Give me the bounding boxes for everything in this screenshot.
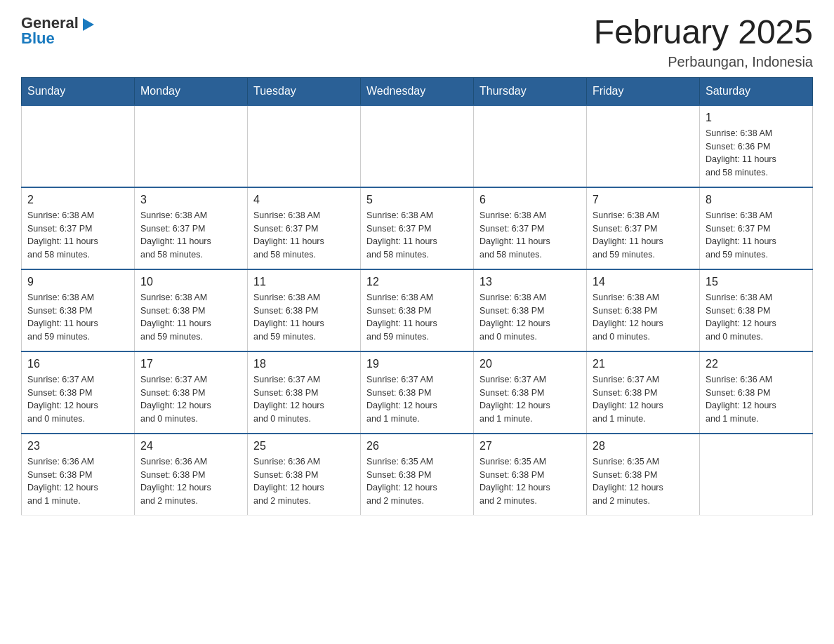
calendar-week-row: 1Sunrise: 6:38 AM Sunset: 6:36 PM Daylig…: [22, 105, 813, 187]
logo-blue-text: Blue: [21, 31, 55, 46]
day-info: Sunrise: 6:36 AM Sunset: 6:38 PM Dayligh…: [140, 455, 241, 508]
calendar-cell: 2Sunrise: 6:38 AM Sunset: 6:37 PM Daylig…: [22, 187, 135, 269]
calendar-cell: 19Sunrise: 6:37 AM Sunset: 6:38 PM Dayli…: [361, 351, 474, 434]
header-saturday: Saturday: [700, 77, 813, 105]
header-wednesday: Wednesday: [361, 77, 474, 105]
day-info: Sunrise: 6:38 AM Sunset: 6:37 PM Dayligh…: [593, 209, 694, 262]
day-number: 4: [253, 194, 355, 206]
calendar-cell: 25Sunrise: 6:36 AM Sunset: 6:38 PM Dayli…: [248, 434, 361, 516]
day-number: 20: [479, 358, 581, 370]
day-info: Sunrise: 6:37 AM Sunset: 6:38 PM Dayligh…: [479, 373, 581, 426]
day-info: Sunrise: 6:38 AM Sunset: 6:38 PM Dayligh…: [253, 291, 355, 344]
day-info: Sunrise: 6:38 AM Sunset: 6:38 PM Dayligh…: [593, 291, 694, 344]
calendar-cell: 13Sunrise: 6:38 AM Sunset: 6:38 PM Dayli…: [474, 269, 587, 351]
day-number: 27: [479, 440, 581, 452]
calendar-cell: [22, 105, 135, 187]
day-info: Sunrise: 6:37 AM Sunset: 6:38 PM Dayligh…: [593, 373, 694, 426]
calendar-cell: 28Sunrise: 6:35 AM Sunset: 6:38 PM Dayli…: [587, 434, 700, 516]
day-info: Sunrise: 6:37 AM Sunset: 6:38 PM Dayligh…: [140, 373, 241, 426]
calendar-cell: [700, 434, 813, 516]
day-number: 6: [479, 194, 581, 206]
calendar-week-row: 23Sunrise: 6:36 AM Sunset: 6:38 PM Dayli…: [22, 434, 813, 516]
day-info: Sunrise: 6:38 AM Sunset: 6:37 PM Dayligh…: [27, 209, 128, 262]
day-info: Sunrise: 6:38 AM Sunset: 6:37 PM Dayligh…: [479, 209, 581, 262]
day-number: 9: [27, 276, 128, 288]
calendar-cell: [248, 105, 361, 187]
calendar-cell: 26Sunrise: 6:35 AM Sunset: 6:38 PM Dayli…: [361, 434, 474, 516]
svg-marker-0: [83, 18, 94, 31]
calendar-week-row: 16Sunrise: 6:37 AM Sunset: 6:38 PM Dayli…: [22, 351, 813, 434]
calendar-cell: 6Sunrise: 6:38 AM Sunset: 6:37 PM Daylig…: [474, 187, 587, 269]
day-info: Sunrise: 6:35 AM Sunset: 6:38 PM Dayligh…: [593, 455, 694, 508]
day-info: Sunrise: 6:37 AM Sunset: 6:38 PM Dayligh…: [253, 373, 355, 426]
day-number: 21: [593, 358, 694, 370]
day-info: Sunrise: 6:38 AM Sunset: 6:37 PM Dayligh…: [140, 209, 241, 262]
calendar-cell: 24Sunrise: 6:36 AM Sunset: 6:38 PM Dayli…: [135, 434, 248, 516]
calendar-cell: 18Sunrise: 6:37 AM Sunset: 6:38 PM Dayli…: [248, 351, 361, 434]
day-number: 7: [593, 194, 694, 206]
logo: General Blue: [21, 14, 95, 46]
day-info: Sunrise: 6:36 AM Sunset: 6:38 PM Dayligh…: [253, 455, 355, 508]
day-info: Sunrise: 6:37 AM Sunset: 6:38 PM Dayligh…: [27, 373, 128, 426]
calendar-cell: [135, 105, 248, 187]
day-number: 1: [706, 112, 807, 124]
calendar-cell: 1Sunrise: 6:38 AM Sunset: 6:36 PM Daylig…: [700, 105, 813, 187]
day-info: Sunrise: 6:38 AM Sunset: 6:37 PM Dayligh…: [706, 209, 807, 262]
day-number: 2: [27, 194, 128, 206]
calendar-cell: 3Sunrise: 6:38 AM Sunset: 6:37 PM Daylig…: [135, 187, 248, 269]
logo-arrow-icon: [80, 17, 95, 32]
calendar-cell: [474, 105, 587, 187]
day-info: Sunrise: 6:38 AM Sunset: 6:38 PM Dayligh…: [140, 291, 241, 344]
calendar-cell: 7Sunrise: 6:38 AM Sunset: 6:37 PM Daylig…: [587, 187, 700, 269]
day-info: Sunrise: 6:38 AM Sunset: 6:37 PM Dayligh…: [366, 209, 468, 262]
day-number: 26: [366, 440, 468, 452]
calendar-cell: 17Sunrise: 6:37 AM Sunset: 6:38 PM Dayli…: [135, 351, 248, 434]
calendar-cell: 22Sunrise: 6:36 AM Sunset: 6:38 PM Dayli…: [700, 351, 813, 434]
day-info: Sunrise: 6:38 AM Sunset: 6:38 PM Dayligh…: [706, 291, 807, 344]
day-info: Sunrise: 6:37 AM Sunset: 6:38 PM Dayligh…: [366, 373, 468, 426]
day-number: 8: [706, 194, 807, 206]
day-number: 23: [27, 440, 128, 452]
day-info: Sunrise: 6:38 AM Sunset: 6:38 PM Dayligh…: [366, 291, 468, 344]
day-number: 5: [366, 194, 468, 206]
day-number: 25: [253, 440, 355, 452]
location-label: Perbaungan, Indonesia: [594, 54, 813, 70]
calendar-cell: [361, 105, 474, 187]
calendar-cell: 12Sunrise: 6:38 AM Sunset: 6:38 PM Dayli…: [361, 269, 474, 351]
calendar-cell: 21Sunrise: 6:37 AM Sunset: 6:38 PM Dayli…: [587, 351, 700, 434]
calendar-week-row: 2Sunrise: 6:38 AM Sunset: 6:37 PM Daylig…: [22, 187, 813, 269]
day-number: 16: [27, 358, 128, 370]
day-number: 19: [366, 358, 468, 370]
calendar-cell: 8Sunrise: 6:38 AM Sunset: 6:37 PM Daylig…: [700, 187, 813, 269]
day-number: 12: [366, 276, 468, 288]
calendar-cell: 14Sunrise: 6:38 AM Sunset: 6:38 PM Dayli…: [587, 269, 700, 351]
calendar-cell: 11Sunrise: 6:38 AM Sunset: 6:38 PM Dayli…: [248, 269, 361, 351]
day-number: 28: [593, 440, 694, 452]
day-number: 14: [593, 276, 694, 288]
header-tuesday: Tuesday: [248, 77, 361, 105]
page-header: General Blue February 2025 Perbaungan, I…: [21, 14, 813, 70]
day-info: Sunrise: 6:35 AM Sunset: 6:38 PM Dayligh…: [366, 455, 468, 508]
day-info: Sunrise: 6:38 AM Sunset: 6:38 PM Dayligh…: [479, 291, 581, 344]
calendar-cell: 9Sunrise: 6:38 AM Sunset: 6:38 PM Daylig…: [22, 269, 135, 351]
header-monday: Monday: [135, 77, 248, 105]
day-number: 13: [479, 276, 581, 288]
month-title: February 2025: [594, 14, 813, 51]
day-info: Sunrise: 6:38 AM Sunset: 6:37 PM Dayligh…: [253, 209, 355, 262]
calendar-cell: 4Sunrise: 6:38 AM Sunset: 6:37 PM Daylig…: [248, 187, 361, 269]
calendar-cell: 15Sunrise: 6:38 AM Sunset: 6:38 PM Dayli…: [700, 269, 813, 351]
day-info: Sunrise: 6:35 AM Sunset: 6:38 PM Dayligh…: [479, 455, 581, 508]
day-number: 24: [140, 440, 241, 452]
calendar-table: SundayMondayTuesdayWednesdayThursdayFrid…: [21, 77, 813, 516]
header-sunday: Sunday: [22, 77, 135, 105]
calendar-cell: 5Sunrise: 6:38 AM Sunset: 6:37 PM Daylig…: [361, 187, 474, 269]
day-info: Sunrise: 6:36 AM Sunset: 6:38 PM Dayligh…: [27, 455, 128, 508]
day-info: Sunrise: 6:36 AM Sunset: 6:38 PM Dayligh…: [706, 373, 807, 426]
calendar-cell: 16Sunrise: 6:37 AM Sunset: 6:38 PM Dayli…: [22, 351, 135, 434]
day-number: 10: [140, 276, 241, 288]
header-thursday: Thursday: [474, 77, 587, 105]
day-number: 18: [253, 358, 355, 370]
day-number: 15: [706, 276, 807, 288]
title-section: February 2025 Perbaungan, Indonesia: [594, 14, 813, 70]
calendar-cell: 20Sunrise: 6:37 AM Sunset: 6:38 PM Dayli…: [474, 351, 587, 434]
